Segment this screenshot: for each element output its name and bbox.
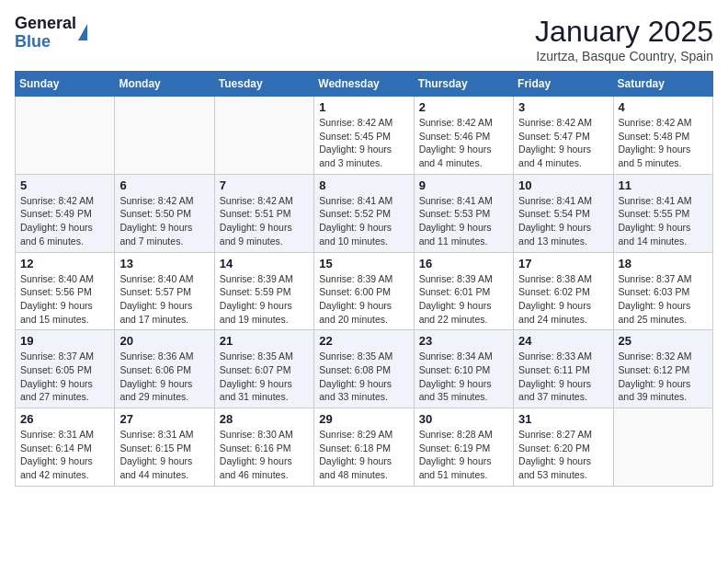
day-number: 9 (419, 178, 508, 192)
day-info: Sunrise: 8:42 AM Sunset: 5:46 PM Dayligh… (419, 116, 508, 170)
calendar-cell (613, 408, 712, 487)
day-info: Sunrise: 8:41 AM Sunset: 5:55 PM Dayligh… (619, 194, 708, 248)
calendar-body: 1Sunrise: 8:42 AM Sunset: 5:45 PM Daylig… (16, 97, 713, 487)
day-number: 24 (518, 334, 608, 348)
day-number: 5 (20, 178, 109, 192)
page-header: General Blue January 2025 Izurtza, Basqu… (15, 15, 713, 63)
calendar-header-wednesday: Wednesday (314, 72, 414, 97)
calendar-cell (16, 97, 115, 175)
calendar-cell: 2Sunrise: 8:42 AM Sunset: 5:46 PM Daylig… (414, 97, 513, 175)
day-number: 16 (419, 257, 508, 270)
day-info: Sunrise: 8:31 AM Sunset: 6:14 PM Dayligh… (20, 428, 109, 482)
calendar-cell: 14Sunrise: 8:39 AM Sunset: 5:59 PM Dayli… (214, 252, 313, 330)
day-info: Sunrise: 8:39 AM Sunset: 5:59 PM Dayligh… (220, 272, 309, 327)
calendar-cell: 15Sunrise: 8:39 AM Sunset: 6:00 PM Dayli… (314, 252, 414, 330)
day-number: 14 (220, 257, 309, 270)
calendar-week-5: 26Sunrise: 8:31 AM Sunset: 6:14 PM Dayli… (16, 408, 713, 487)
day-info: Sunrise: 8:41 AM Sunset: 5:54 PM Dayligh… (518, 194, 608, 248)
day-info: Sunrise: 8:30 AM Sunset: 6:16 PM Dayligh… (220, 428, 309, 482)
calendar-header-thursday: Thursday (414, 72, 513, 97)
calendar-cell: 24Sunrise: 8:33 AM Sunset: 6:11 PM Dayli… (514, 330, 613, 408)
calendar-cell: 4Sunrise: 8:42 AM Sunset: 5:48 PM Daylig… (613, 97, 712, 175)
calendar-cell: 19Sunrise: 8:37 AM Sunset: 6:05 PM Dayli… (16, 330, 115, 408)
calendar-header-saturday: Saturday (613, 72, 712, 97)
calendar-cell: 22Sunrise: 8:35 AM Sunset: 6:08 PM Dayli… (314, 330, 414, 408)
calendar-week-2: 5Sunrise: 8:42 AM Sunset: 5:49 PM Daylig… (16, 174, 713, 252)
calendar-week-4: 19Sunrise: 8:37 AM Sunset: 6:05 PM Dayli… (16, 330, 713, 408)
day-number: 29 (319, 412, 408, 426)
day-info: Sunrise: 8:29 AM Sunset: 6:18 PM Dayligh… (319, 428, 408, 482)
day-number: 10 (518, 178, 608, 192)
day-number: 18 (619, 257, 708, 270)
day-info: Sunrise: 8:42 AM Sunset: 5:51 PM Dayligh… (220, 194, 309, 248)
day-info: Sunrise: 8:28 AM Sunset: 6:19 PM Dayligh… (419, 428, 508, 482)
calendar-table: SundayMondayTuesdayWednesdayThursdayFrid… (15, 71, 713, 487)
day-number: 15 (319, 257, 408, 270)
calendar-cell: 3Sunrise: 8:42 AM Sunset: 5:47 PM Daylig… (514, 97, 613, 175)
day-number: 20 (119, 334, 209, 348)
day-info: Sunrise: 8:40 AM Sunset: 5:57 PM Dayligh… (119, 272, 209, 327)
calendar-cell: 30Sunrise: 8:28 AM Sunset: 6:19 PM Dayli… (414, 408, 513, 487)
calendar-cell: 5Sunrise: 8:42 AM Sunset: 5:49 PM Daylig… (16, 174, 115, 252)
calendar-cell: 6Sunrise: 8:42 AM Sunset: 5:50 PM Daylig… (115, 174, 214, 252)
day-number: 26 (20, 412, 109, 426)
day-info: Sunrise: 8:41 AM Sunset: 5:53 PM Dayligh… (419, 194, 508, 248)
day-info: Sunrise: 8:37 AM Sunset: 6:05 PM Dayligh… (20, 350, 109, 404)
calendar-header-monday: Monday (115, 72, 214, 97)
calendar-cell: 23Sunrise: 8:34 AM Sunset: 6:10 PM Dayli… (414, 330, 513, 408)
day-number: 11 (619, 178, 708, 192)
calendar-header-row: SundayMondayTuesdayWednesdayThursdayFrid… (16, 72, 713, 97)
day-info: Sunrise: 8:35 AM Sunset: 6:08 PM Dayligh… (319, 350, 408, 404)
day-number: 21 (220, 334, 309, 348)
day-number: 1 (319, 100, 408, 114)
calendar-header-sunday: Sunday (16, 72, 115, 97)
day-number: 23 (419, 334, 508, 348)
calendar-cell: 27Sunrise: 8:31 AM Sunset: 6:15 PM Dayli… (115, 408, 214, 487)
logo-text: General Blue (15, 15, 76, 52)
day-info: Sunrise: 8:31 AM Sunset: 6:15 PM Dayligh… (119, 428, 209, 482)
day-number: 22 (319, 334, 408, 348)
calendar-cell: 28Sunrise: 8:30 AM Sunset: 6:16 PM Dayli… (214, 408, 313, 487)
day-number: 6 (119, 178, 209, 192)
calendar-cell: 9Sunrise: 8:41 AM Sunset: 5:53 PM Daylig… (414, 174, 513, 252)
day-number: 13 (119, 257, 209, 270)
day-info: Sunrise: 8:42 AM Sunset: 5:50 PM Dayligh… (119, 194, 209, 248)
calendar-cell (214, 97, 313, 175)
day-number: 17 (518, 257, 608, 270)
day-info: Sunrise: 8:34 AM Sunset: 6:10 PM Dayligh… (419, 350, 508, 404)
day-info: Sunrise: 8:42 AM Sunset: 5:45 PM Dayligh… (319, 116, 408, 170)
calendar-cell: 20Sunrise: 8:36 AM Sunset: 6:06 PM Dayli… (115, 330, 214, 408)
day-info: Sunrise: 8:32 AM Sunset: 6:12 PM Dayligh… (619, 350, 708, 404)
day-number: 19 (20, 334, 109, 348)
day-info: Sunrise: 8:33 AM Sunset: 6:11 PM Dayligh… (518, 350, 608, 404)
calendar-cell: 10Sunrise: 8:41 AM Sunset: 5:54 PM Dayli… (514, 174, 613, 252)
calendar-cell: 16Sunrise: 8:39 AM Sunset: 6:01 PM Dayli… (414, 252, 513, 330)
calendar-cell: 18Sunrise: 8:37 AM Sunset: 6:03 PM Dayli… (613, 252, 712, 330)
logo-blue: Blue (15, 33, 76, 52)
calendar-header-tuesday: Tuesday (214, 72, 313, 97)
day-number: 8 (319, 178, 408, 192)
logo: General Blue (15, 15, 87, 52)
day-info: Sunrise: 8:42 AM Sunset: 5:48 PM Dayligh… (619, 116, 708, 170)
calendar-title: January 2025 (535, 15, 713, 49)
day-number: 3 (518, 100, 608, 114)
day-info: Sunrise: 8:27 AM Sunset: 6:20 PM Dayligh… (518, 428, 608, 482)
calendar-cell: 26Sunrise: 8:31 AM Sunset: 6:14 PM Dayli… (16, 408, 115, 487)
logo-general: General (15, 15, 76, 33)
logo-triangle-icon (78, 24, 87, 40)
calendar-header-friday: Friday (514, 72, 613, 97)
day-info: Sunrise: 8:41 AM Sunset: 5:52 PM Dayligh… (319, 194, 408, 248)
day-number: 7 (220, 178, 309, 192)
calendar-cell: 21Sunrise: 8:35 AM Sunset: 6:07 PM Dayli… (214, 330, 313, 408)
day-info: Sunrise: 8:40 AM Sunset: 5:56 PM Dayligh… (20, 272, 109, 327)
day-info: Sunrise: 8:39 AM Sunset: 6:00 PM Dayligh… (319, 272, 408, 327)
title-block: January 2025 Izurtza, Basque Country, Sp… (535, 15, 713, 63)
day-info: Sunrise: 8:38 AM Sunset: 6:02 PM Dayligh… (518, 272, 608, 327)
day-number: 30 (419, 412, 508, 426)
calendar-cell: 11Sunrise: 8:41 AM Sunset: 5:55 PM Dayli… (613, 174, 712, 252)
calendar-cell: 25Sunrise: 8:32 AM Sunset: 6:12 PM Dayli… (613, 330, 712, 408)
day-number: 28 (220, 412, 309, 426)
calendar-week-1: 1Sunrise: 8:42 AM Sunset: 5:45 PM Daylig… (16, 97, 713, 175)
day-number: 12 (20, 257, 109, 270)
calendar-week-3: 12Sunrise: 8:40 AM Sunset: 5:56 PM Dayli… (16, 252, 713, 330)
